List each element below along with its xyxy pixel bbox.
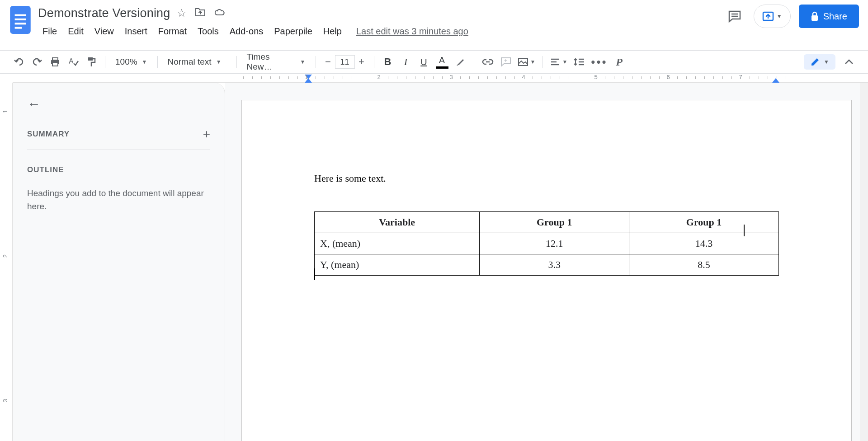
table-header-cell[interactable]: Group 1 (629, 212, 779, 233)
share-label: Share (823, 11, 847, 22)
share-button[interactable]: Share (799, 5, 859, 28)
more-button[interactable]: ••• (589, 54, 609, 70)
table-cell[interactable]: 12.1 (480, 233, 629, 254)
align-button[interactable]: ▼ (548, 54, 569, 70)
paragraph-text[interactable]: Here is some text. (314, 173, 779, 184)
underline-button[interactable]: U (416, 54, 432, 70)
paint-format-button[interactable] (83, 54, 99, 70)
toolbar: A 100%▼ Normal text▼ Times New…▼ − + B I… (0, 50, 868, 74)
present-button[interactable]: ▼ (754, 5, 791, 28)
menu-view[interactable]: View (90, 24, 118, 38)
menu-edit[interactable]: Edit (63, 24, 88, 38)
redo-button[interactable] (29, 54, 45, 70)
table-header-cell[interactable]: Variable (315, 212, 480, 233)
outline-empty-text: Headings you add to the document will ap… (27, 187, 210, 213)
vertical-scrollbar[interactable] (860, 83, 868, 441)
ruler-number: 7 (739, 74, 742, 80)
last-edit-link[interactable]: Last edit was 3 minutes ago (356, 26, 468, 37)
add-summary-button[interactable]: + (203, 127, 210, 141)
svg-rect-3 (15, 23, 26, 24)
table-header-cell[interactable]: Group 1 (480, 212, 629, 233)
ruler-number: 3 (449, 74, 453, 80)
highlight-button[interactable] (452, 54, 468, 70)
summary-heading: SUMMARY (27, 130, 70, 139)
cloud-status-icon[interactable] (214, 7, 226, 19)
document-canvas[interactable]: Here is some text. VariableGroup 1Group … (225, 83, 868, 441)
text-color-button[interactable]: A (434, 55, 450, 69)
bold-button[interactable]: B (380, 54, 396, 70)
font-select[interactable]: Times New…▼ (242, 52, 310, 72)
ruler-number: 3 (2, 399, 9, 402)
ruler-number: 1 (2, 110, 9, 113)
table-cell[interactable]: X, (mean) (315, 233, 480, 254)
add-comment-button[interactable]: + (498, 54, 514, 70)
chevron-down-icon: ▼ (777, 13, 782, 19)
spellcheck-button[interactable]: A (65, 54, 81, 70)
menu-paperpile[interactable]: Paperpile (269, 24, 317, 38)
menu-addons[interactable]: Add-ons (225, 24, 268, 38)
insert-image-button[interactable]: ▼ (516, 54, 538, 70)
ruler-number: 5 (594, 74, 597, 80)
ruler-number: 6 (666, 74, 670, 80)
chevron-down-icon: ▼ (216, 59, 222, 65)
docs-logo[interactable] (9, 5, 32, 35)
decrease-font-size[interactable]: − (321, 55, 335, 69)
svg-marker-24 (772, 78, 779, 83)
ruler-number: 4 (522, 74, 525, 80)
font-size-input[interactable] (335, 55, 355, 69)
pencil-icon (810, 57, 820, 67)
table-row[interactable]: X, (mean)12.114.3 (315, 233, 779, 254)
menu-insert[interactable]: Insert (120, 24, 152, 38)
insert-link-button[interactable] (480, 54, 496, 70)
table-cell[interactable]: 8.5 (629, 254, 779, 276)
svg-rect-8 (811, 15, 818, 21)
text-cursor (314, 268, 315, 280)
menu-format[interactable]: Format (154, 24, 191, 38)
italic-button[interactable]: I (398, 54, 414, 70)
ruler-number: 2 (2, 254, 9, 258)
paragraph-style-select[interactable]: Normal text▼ (163, 57, 231, 67)
svg-text:+: + (504, 57, 507, 64)
editing-mode-button[interactable]: ▼ (804, 54, 835, 70)
chevron-down-icon: ▼ (824, 59, 829, 65)
lock-icon (811, 11, 819, 21)
vertical-ruler[interactable]: 123 (0, 83, 13, 441)
close-outline-icon[interactable]: ← (27, 96, 210, 112)
zoom-select[interactable]: 100%▼ (111, 57, 152, 67)
table-cell[interactable]: 3.3 (480, 254, 629, 276)
right-indent-icon[interactable] (772, 78, 779, 83)
chevron-down-icon: ▼ (562, 59, 567, 65)
text-cursor (744, 225, 745, 236)
table-cell[interactable]: Y, (mean) (315, 254, 480, 276)
chevron-down-icon: ▼ (142, 59, 147, 65)
paperpile-toolbar-button[interactable]: P (611, 54, 627, 70)
document-page[interactable]: Here is some text. VariableGroup 1Group … (241, 100, 852, 441)
comments-icon[interactable] (724, 5, 745, 27)
outline-sidebar: ← SUMMARY + OUTLINE Headings you add to … (13, 83, 225, 441)
star-icon[interactable]: ☆ (177, 7, 187, 19)
menu-help[interactable]: Help (319, 24, 346, 38)
chevron-down-icon: ▼ (300, 59, 306, 65)
svg-rect-9 (52, 58, 58, 60)
hide-menus-button[interactable] (841, 54, 857, 70)
menu-file[interactable]: File (38, 24, 61, 38)
move-icon[interactable] (195, 7, 206, 19)
line-spacing-button[interactable] (571, 54, 587, 70)
menu-tools[interactable]: Tools (193, 24, 223, 38)
horizontal-ruler[interactable]: 1234567 (13, 74, 868, 83)
ruler-number: 1 (305, 74, 308, 80)
table-cell[interactable]: 14.3 (629, 233, 779, 254)
table-row[interactable]: VariableGroup 1Group 1 (315, 212, 779, 233)
svg-rect-13 (88, 57, 93, 61)
print-button[interactable] (47, 54, 63, 70)
document-table[interactable]: VariableGroup 1Group 1 X, (mean)12.114.3… (314, 211, 779, 276)
outline-heading: OUTLINE (27, 165, 210, 174)
document-title[interactable]: Demonstrate Versioning (38, 6, 170, 20)
table-row[interactable]: Y, (mean)3.38.5 (315, 254, 779, 276)
svg-rect-2 (15, 19, 26, 20)
increase-font-size[interactable]: + (355, 55, 368, 69)
svg-rect-1 (15, 14, 26, 16)
svg-rect-4 (15, 27, 22, 29)
ruler-number: 2 (377, 74, 380, 80)
undo-button[interactable] (11, 54, 27, 70)
